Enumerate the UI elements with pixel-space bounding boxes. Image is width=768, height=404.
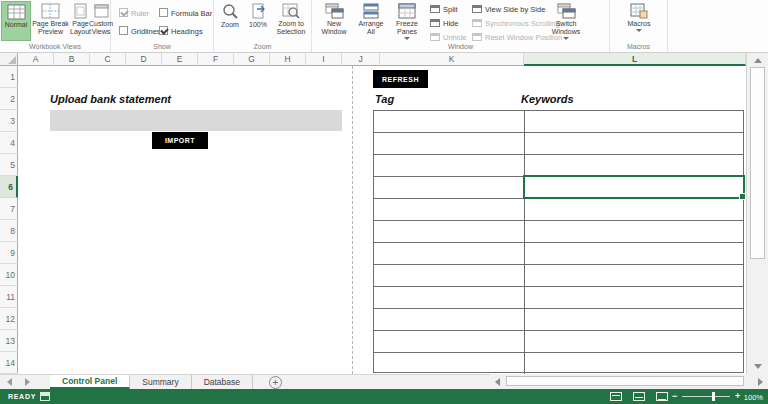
tag-cell[interactable] [374,309,525,330]
worksheet-area[interactable]: Upload bank statement IMPORT REFRESH Tag… [19,66,746,374]
keywords-cell[interactable] [525,287,743,308]
switch-windows-button[interactable]: Switch Windows [544,1,588,41]
tag-cell[interactable] [374,199,525,220]
tab-scroll-right-button[interactable] [18,375,36,389]
normal-view-button[interactable]: Normal [1,1,31,41]
selected-cell-L6[interactable] [523,175,745,199]
tag-cell[interactable] [374,265,525,286]
page-break-preview-button[interactable]: Page Break Preview [31,1,70,41]
split-button[interactable]: Split [430,5,458,14]
gridlines-checkbox[interactable]: Gridlines [119,26,161,36]
scroll-right-arrow-icon[interactable] [758,378,763,386]
zoom-slider-thumb[interactable] [712,392,715,401]
keywords-cell[interactable] [525,111,743,132]
unhide-button[interactable]: Unhide [430,33,467,42]
column-header-B[interactable]: B [54,53,90,66]
keywords-cell[interactable] [525,243,743,264]
refresh-button[interactable]: REFRESH [373,70,428,88]
keywords-cell[interactable] [525,155,743,176]
tag-cell[interactable] [374,353,525,374]
scroll-left-arrow-icon[interactable] [495,378,500,386]
zoom-in-button[interactable]: + [735,391,740,401]
freeze-panes-button[interactable]: Freeze Panes [388,1,426,41]
tag-cell[interactable] [374,243,525,264]
tag-cell[interactable] [374,133,525,154]
row-header-1[interactable]: 1 [0,66,18,88]
sheet-tab-summary[interactable]: Summary [130,375,191,389]
hide-button[interactable]: Hide [430,19,458,28]
sheet-tab-database[interactable]: Database [192,375,253,389]
vertical-scrollbar[interactable] [746,53,768,374]
row-header-5[interactable]: 5 [0,154,18,176]
column-header-J[interactable]: J [342,53,380,66]
tag-cell[interactable] [374,177,525,198]
row-header-7[interactable]: 7 [0,198,18,220]
tag-cell[interactable] [374,287,525,308]
row-header-6-selected[interactable]: 6 [0,176,18,198]
zoom-button[interactable]: Zoom [216,1,244,41]
column-header-L-selected[interactable]: L [524,53,746,66]
macro-record-icon[interactable] [40,392,50,401]
row-header-3[interactable]: 3 [0,110,18,132]
keywords-cell[interactable] [525,133,743,154]
ruler-checkbox[interactable]: Ruler [119,8,149,18]
page-break-status-button[interactable] [656,392,668,401]
row-header-2[interactable]: 2 [0,88,18,110]
row-header-11[interactable]: 11 [0,286,18,308]
sheet-tab-control-panel[interactable]: Control Panel [50,375,130,389]
page-layout-button[interactable]: Page Layout [70,1,91,41]
row-header-8[interactable]: 8 [0,220,18,242]
horizontal-scrollbar[interactable] [490,374,768,389]
row-header-10[interactable]: 10 [0,264,18,286]
row-header-4[interactable]: 4 [0,132,18,154]
column-header-G[interactable]: G [234,53,270,66]
column-header-K[interactable]: K [380,53,524,66]
select-all-corner[interactable] [0,53,18,66]
new-sheet-button[interactable]: + [269,376,282,389]
custom-views-icon [93,3,110,19]
row-header-12[interactable]: 12 [0,308,18,330]
keywords-cell[interactable] [525,221,743,242]
table-row [374,309,743,331]
row-header-9[interactable]: 9 [0,242,18,264]
macros-button[interactable]: Macros [621,1,657,41]
column-header-I[interactable]: I [306,53,342,66]
keywords-cell[interactable] [525,353,743,374]
tab-scroll-left-button[interactable] [0,375,18,389]
scroll-down-arrow-icon[interactable] [754,364,762,369]
import-button[interactable]: IMPORT [152,132,208,149]
headings-checkbox[interactable]: Headings [159,26,203,36]
column-header-E[interactable]: E [162,53,198,66]
column-header-D[interactable]: D [126,53,162,66]
zoom-slider-track[interactable] [682,396,730,397]
scroll-up-arrow-icon[interactable] [754,58,762,63]
horizontal-scrollbar-thumb[interactable] [506,376,744,386]
formula-bar-checkbox[interactable]: Formula Bar [159,8,212,18]
new-window-button[interactable]: New Window [316,1,352,41]
keywords-cell[interactable] [525,199,743,220]
column-header-F[interactable]: F [198,53,234,66]
keywords-cell[interactable] [525,331,743,352]
column-header-C[interactable]: C [90,53,126,66]
keywords-cell[interactable] [525,309,743,330]
row-header-13[interactable]: 13 [0,330,18,352]
zoom-level-label[interactable]: 100% [744,393,763,402]
zoom-100-button[interactable]: 100% [244,1,272,41]
tag-cell[interactable] [374,331,525,352]
vertical-scrollbar-thumb[interactable] [750,67,765,259]
tag-cell[interactable] [374,111,525,132]
page-layout-status-button[interactable] [633,392,645,401]
normal-view-status-button[interactable] [610,392,622,401]
tag-cell[interactable] [374,155,525,176]
arrange-all-button[interactable]: Arrange All [354,1,388,41]
tag-cell[interactable] [374,221,525,242]
upload-path-box[interactable] [50,110,342,131]
column-header-H[interactable]: H [270,53,306,66]
view-side-by-side-button[interactable]: View Side by Side [472,5,545,14]
row-header-14[interactable]: 14 [0,352,18,374]
custom-views-button[interactable]: Custom Views [91,1,111,41]
zoom-out-button[interactable]: − [672,391,677,401]
keywords-cell[interactable] [525,265,743,286]
zoom-to-selection-button[interactable]: Zoom to Selection [272,1,310,41]
column-header-A[interactable]: A [18,53,54,66]
